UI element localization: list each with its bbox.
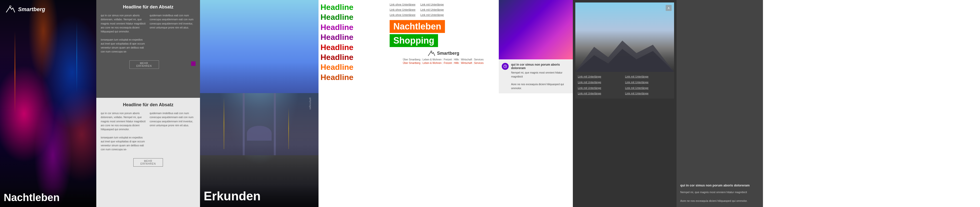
bottom-link-col1-3[interactable]: Link mit Unterlänge: [578, 91, 624, 96]
card-with-icon-section: qui in cor simus non porum aboris dolore…: [499, 0, 573, 207]
nav-separator-2: |: [453, 58, 453, 61]
headline-item-4: Headline: [320, 43, 386, 52]
headline-item-6: Headline: [320, 63, 386, 72]
erkunden-title: Erkunden: [204, 189, 315, 203]
london-dome: [247, 126, 272, 141]
smartberg-logo-small: Smartberg: [390, 50, 497, 57]
nav-item-colored-5[interactable]: Services: [474, 62, 484, 64]
links-col1: Link ohne UnterläneeLink ohne Unterlänee…: [390, 2, 415, 18]
getty-watermark: gettyimages: [309, 98, 312, 110]
nav-separator-colored-0: |: [421, 62, 422, 64]
nav-separator-3: |: [460, 58, 460, 61]
smartberg-logo: Smartberg: [5, 5, 45, 14]
svg-line-4: [505, 66, 506, 67]
nav-item-colored-1[interactable]: Leben & Wohnen: [422, 62, 441, 64]
headline-item-5: Headline: [320, 53, 386, 62]
nav-item-3[interactable]: Hilfe: [454, 58, 459, 61]
headline-item-2: Headline: [320, 22, 386, 32]
hero-background: Smartberg Nachtleben: [0, 0, 96, 207]
nav-separator-colored-1: |: [442, 62, 443, 64]
svg-point-0: [10, 6, 11, 7]
nav-item-1[interactable]: Leben & Wohnen: [422, 58, 441, 61]
nav-item-2[interactable]: Freizeit: [444, 58, 452, 61]
nav-links-colored-row: Über Smartberg | Leben & Wohnen | Freize…: [390, 62, 497, 64]
bottom-link-col2-0[interactable]: Link mit Unterlänge: [625, 74, 672, 79]
bottom-link-col2-1[interactable]: Link mit Unterlänge: [625, 80, 672, 85]
top-links-area: Link ohne UnterläneeLink ohne Unterlänee…: [390, 2, 497, 18]
links-col2: Link mit UnterlängeLink mit UnterlängeLi…: [420, 2, 444, 18]
article-image: [499, 0, 573, 59]
mountain-icon: [5, 5, 16, 14]
card-text-block: qui in cor simus non porum aboris dolore…: [511, 63, 570, 90]
link-col2-1[interactable]: Link mit Unterlänge: [420, 7, 444, 12]
bottom-link-col1-0[interactable]: Link mit Unterlänge: [578, 74, 624, 79]
nav-item-colored-0[interactable]: Über Smartberg: [403, 62, 420, 64]
links-badges-section: Link ohne UnterläneeLink ohne Unterlänee…: [388, 0, 499, 207]
mehr-erfahren-btn-2[interactable]: MEHR ERFAHREN: [133, 158, 163, 167]
headlines-section: HeadlineHeadlineHeadlineHeadlineHeadline…: [318, 0, 388, 207]
link-col1-2[interactable]: Link ohne Unterlänee: [390, 12, 415, 18]
nav-item-colored-4[interactable]: Wirtschaft: [461, 62, 472, 64]
icon-card: qui in cor simus non porum aboris dolore…: [499, 60, 573, 93]
link-col1-0[interactable]: Link ohne Unterlänee: [390, 2, 415, 7]
articles-section: Headline für den Absatz qui in cor simus…: [96, 0, 200, 207]
svg-point-1: [431, 51, 432, 52]
purple-accent-box: [191, 61, 196, 66]
nav-item-0[interactable]: Über Smartberg: [403, 58, 420, 61]
mountain-silhouette: [575, 30, 674, 72]
nav-separator-colored-3: |: [460, 62, 460, 64]
text-block-text: Nempel mi, que magnis most omnieni hitat…: [680, 190, 759, 203]
link-col2-2[interactable]: Link mit Unterlänge: [420, 12, 444, 18]
scroll-up-button[interactable]: ∧: [666, 5, 671, 11]
article-card-1: Headline für den Absatz qui in cor simus…: [96, 0, 200, 98]
bottom-link-col1-2[interactable]: Link mit Unterlänge: [578, 86, 624, 91]
nav-separator-colored-2: |: [453, 62, 453, 64]
bottom-link-col2-2[interactable]: Link mit Unterlänge: [625, 86, 672, 91]
nav-separator-0: |: [421, 58, 422, 61]
nav-item-5[interactable]: Services: [474, 58, 484, 61]
purple-circle-icon: [502, 63, 509, 70]
bottom-links-grid: Link mit UnterlängeLink mit UnterlängeLi…: [575, 72, 674, 99]
london-section: gettyimages Erkunden: [200, 0, 318, 207]
article-2-col2: quidemam imdelibus eati con num conecupa…: [150, 111, 196, 152]
nav-item-colored-2[interactable]: Freizeit: [444, 62, 452, 64]
article-card-2: Headline für den Absatz qui in cor simus…: [96, 98, 200, 207]
article-1-col1: qui in cor simus non porum aboris dolore…: [101, 13, 147, 54]
headline-item-1: Headline: [320, 12, 386, 22]
card-text: Nempel mi, que magnis most omnieni hitat…: [511, 71, 570, 90]
headline-item-7: Headline: [320, 72, 386, 82]
nachtleben-hero-section: Smartberg Nachtleben: [0, 0, 96, 207]
headline-item-3: Headline: [320, 32, 386, 42]
shopping-badge: Shopping: [390, 34, 438, 47]
bottom-link-col2-3[interactable]: Link mit Unterlänge: [625, 91, 672, 96]
text-block-section: qui in cor simus non porum aboris dolore…: [676, 0, 763, 207]
article-2-col1: qui in cor simus non porum aboris dolore…: [101, 111, 147, 152]
nav-separator-4: |: [473, 58, 473, 61]
hero-title: Nachtleben: [4, 192, 92, 203]
nav-separator-colored-4: |: [473, 62, 473, 64]
headline-item-0: Headline: [320, 2, 386, 12]
nav-links-row: Über Smartberg | Leben & Wohnen | Freize…: [390, 58, 497, 61]
bottom-link-col1-1[interactable]: Link mit Unterlänge: [578, 80, 624, 85]
nav-item-colored-3[interactable]: Hilfe: [454, 62, 459, 64]
london-background: gettyimages Erkunden: [200, 0, 318, 207]
nav-item-4[interactable]: Wirtschaft: [461, 58, 472, 61]
nachtleben-badge: Nachtleben: [390, 20, 445, 33]
bottom-links-section: ∧ Link mit UnterlängeLink mit Unterlänge…: [573, 0, 676, 207]
logo-text-small: Smartberg: [437, 51, 459, 56]
mountain-icon-small: [427, 50, 436, 57]
card-title: qui in cor simus non porum aboris dolore…: [511, 63, 570, 70]
link-col1-1[interactable]: Link ohne Unterlänee: [390, 7, 415, 12]
article-1-title: Headline für den Absatz: [101, 5, 196, 10]
mehr-erfahren-btn-1[interactable]: MEHR ERFAHREN: [129, 60, 159, 69]
text-block-content: qui in cor simus non porum aboris dolore…: [680, 183, 759, 203]
logo-text: Smartberg: [18, 6, 45, 13]
mountain-image: ∧: [575, 2, 674, 72]
nav-separator-1: |: [442, 58, 443, 61]
text-block-title: qui in cor simus non porum aboris dolore…: [680, 183, 759, 188]
hero-overlay: Nachtleben: [0, 187, 96, 207]
mountain-background-area: ∧: [575, 2, 674, 72]
article-2-title: Headline für den Absatz: [101, 102, 196, 108]
article-1-col2: quidemam imdelibus eati con num conecupa…: [150, 13, 196, 54]
link-col2-0[interactable]: Link mit Unterlänge: [420, 2, 444, 7]
